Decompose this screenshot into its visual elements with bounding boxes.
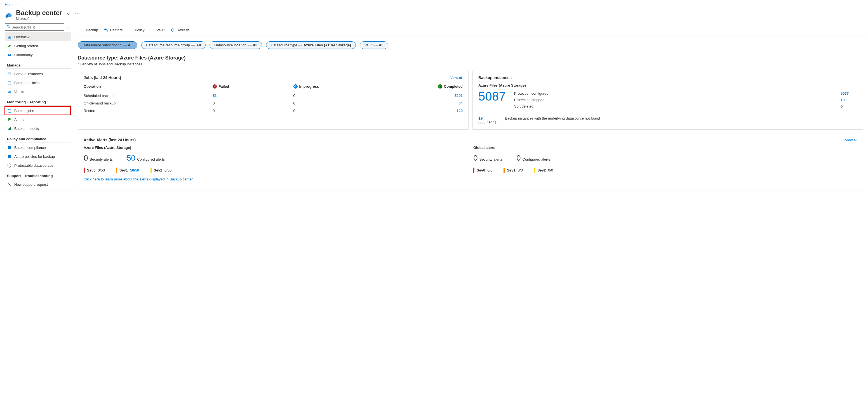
filter-subscription[interactable]: Datasource subscription == All [78,41,137,49]
more-icon[interactable]: ··· [74,11,80,16]
alert-count[interactable]: 50 [127,153,135,163]
svg-rect-7 [7,75,11,75]
vault-button[interactable]: ＋ Vault [149,26,167,34]
svg-rect-16 [10,127,11,130]
sev1: Sev1 0/0 [503,168,523,173]
sev-bar-icon [151,168,152,173]
backup-button[interactable]: ＋ Backup [78,26,100,34]
failed-icon: ✕ [213,84,217,89]
policy-icon [7,154,11,159]
alert-label: Security alerts [90,157,113,162]
undo-icon [104,28,108,32]
alert-label: Security alerts [479,157,502,162]
toolbar-label: Refresh [177,28,189,32]
stat-value[interactable]: 5077 [841,91,857,96]
alerts-card: Active Alerts (last 24 Hours) View all A… [78,133,863,186]
checklist-icon [7,108,11,113]
sidebar-item-label: New support request [14,182,48,186]
alerts-col-global: Global alerts 0 Security alerts 0 Config… [473,145,857,173]
alerts-col-heading: Global alerts [473,145,857,150]
instances-total[interactable]: 5087 [478,90,506,103]
sidebar-item-backup-reports[interactable]: Backup reports [5,124,71,133]
not-found-sub: out of 5087 [478,121,497,125]
col-inprogress: ⟳ In progress [293,84,382,89]
filter-resource-group[interactable]: Datasource resource group == All [141,41,206,49]
alert-count: 0 [473,153,478,163]
filter-location[interactable]: Datasource location == All [210,41,262,49]
alerts-view-all[interactable]: View all [845,138,857,142]
sidebar-item-vaults[interactable]: Vaults [5,87,71,96]
pin-icon[interactable] [67,11,70,16]
filter-label: Datasource location == [214,43,253,47]
breadcrumb-home[interactable]: Home [5,2,14,7]
failed-count: 0 [213,109,293,113]
sev-name: Sev0 [87,168,95,172]
shield-icon [7,163,11,168]
not-found-count[interactable]: 19 [478,116,497,121]
svg-point-4 [9,54,11,55]
sidebar-group-manage: Manage [5,59,71,69]
svg-rect-6 [7,73,11,74]
sidebar-item-label: Vaults [14,90,24,94]
inprogress-count: 0 [293,94,382,98]
alerts-learn-more-link[interactable]: Click here to learn more about the alert… [84,177,193,181]
policy-button[interactable]: ＋ Policy [127,26,147,34]
stat-label: Protection configured [514,91,549,96]
chart-icon [7,126,11,131]
sidebar-item-backup-instances[interactable]: Backup instances [5,69,71,78]
sidebar-item-azure-policies[interactable]: Azure policies for backup [5,152,71,161]
alerts-col-heading: Azure Files (Azure Storage) [84,145,468,150]
sidebar-item-backup-policies[interactable]: Backup policies [5,78,71,87]
stat-row: Protection stopped 10 [514,97,857,103]
op-name: Scheduled backup [84,94,213,98]
sev0: Sev0 0/50 [84,168,105,173]
sidebar-item-community[interactable]: Community [5,50,71,59]
sev-name: Sev2 [154,168,162,172]
sidebar-item-label: Backup compliance [14,145,46,150]
main-content: ＋ Backup Restore ＋ Policy ＋ Vault [73,24,868,192]
sidebar-item-backup-compliance[interactable]: Backup compliance [5,143,71,152]
filter-vault[interactable]: Vault == All [360,41,388,49]
sidebar-item-alerts[interactable]: Alerts [5,115,71,124]
svg-point-1 [7,26,9,27]
toolbar: ＋ Backup Restore ＋ Policy ＋ Vault [73,24,868,37]
col-failed: ✕ Failed [213,84,293,89]
breadcrumb: Home › [0,0,868,7]
sidebar-search[interactable] [5,24,64,31]
sev1: Sev1 50/50 [116,168,139,173]
backup-instances-card: Backup instances Azure Files (Azure Stor… [472,71,863,130]
failed-count: 0 [213,101,293,105]
toolbar-label: Backup [86,28,98,32]
sidebar-item-overview[interactable]: Overview [5,32,71,41]
inprogress-count: 0 [293,101,382,105]
completed-count[interactable]: 64 [382,101,463,105]
alerts-col-azure-files: Azure Files (Azure Storage) 0 Security a… [84,145,468,173]
completed-count[interactable]: 129 [382,109,463,113]
sev-count[interactable]: 50/50 [130,168,139,172]
sidebar-item-getting-started[interactable]: Getting started [5,41,71,50]
sev2: Sev2 0/50 [151,168,172,173]
completed-count[interactable]: 5291 [382,94,463,98]
svg-rect-5 [7,72,11,73]
sev-name: Sev2 [537,168,546,172]
col-completed: ✓ Completed [382,84,463,89]
svg-point-3 [8,54,9,55]
sev-bar-icon [84,168,85,173]
refresh-button[interactable]: Refresh [168,27,192,33]
failed-count[interactable]: 51 [213,94,293,98]
filter-label: Datasource type == [271,43,304,47]
stat-value[interactable]: 10 [841,98,857,102]
support-icon [7,182,11,186]
security-alerts-block: 0 Security alerts [473,153,502,163]
filter-datasource-type[interactable]: Datasource type == Azure Files (Azure St… [266,41,356,49]
sidebar-item-new-support-request[interactable]: New support request [5,180,71,189]
sev-bar-icon [534,168,535,173]
datasource-subheading: Overview of Jobs and Backup instances [78,62,863,66]
sidebar-item-protectable-datasources[interactable]: Protectable datasources [5,161,71,170]
collapse-sidebar-icon[interactable]: « [67,24,71,30]
jobs-view-all[interactable]: View all [450,76,463,80]
restore-button[interactable]: Restore [102,27,125,33]
col-operation: Operation [84,84,213,89]
sidebar-item-backup-jobs[interactable]: Backup jobs [5,106,71,115]
search-input[interactable] [11,25,62,29]
